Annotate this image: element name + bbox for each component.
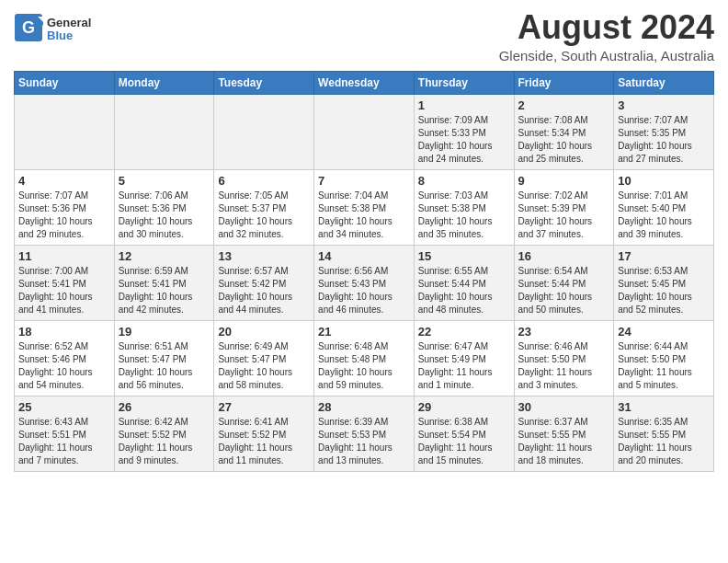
day-number: 23 [518,325,610,339]
page-header: G General Blue August 2024 Glenside, Sou… [14,9,714,63]
day-header-saturday: Saturday [614,71,714,94]
day-info: Sunrise: 6:52 AM Sunset: 5:46 PM Dayligh… [18,340,110,392]
day-info: Sunrise: 7:03 AM Sunset: 5:38 PM Dayligh… [418,190,510,241]
day-info: Sunrise: 7:01 AM Sunset: 5:40 PM Dayligh… [618,190,710,241]
day-info: Sunrise: 6:51 AM Sunset: 5:47 PM Dayligh… [119,340,210,392]
day-header-friday: Friday [514,71,614,94]
calendar-cell: 24Sunrise: 6:44 AM Sunset: 5:50 PM Dayli… [614,320,714,396]
calendar-cell [314,94,415,169]
day-number: 17 [618,249,710,263]
logo-general: General [47,16,91,29]
day-number: 4 [18,174,110,188]
calendar-cell: 3Sunrise: 7:07 AM Sunset: 5:35 PM Daylig… [614,94,714,169]
calendar-cell: 20Sunrise: 6:49 AM Sunset: 5:47 PM Dayli… [214,320,314,396]
day-number: 27 [218,400,310,414]
day-header-tuesday: Tuesday [214,71,314,94]
day-number: 14 [318,249,410,263]
day-number: 24 [618,325,710,339]
day-info: Sunrise: 6:49 AM Sunset: 5:47 PM Dayligh… [218,340,310,392]
day-info: Sunrise: 7:00 AM Sunset: 5:41 PM Dayligh… [18,265,110,316]
calendar-cell: 26Sunrise: 6:42 AM Sunset: 5:52 PM Dayli… [114,396,214,471]
calendar-header-row: SundayMondayTuesdayWednesdayThursdayFrid… [15,71,714,94]
day-number: 6 [218,174,310,188]
day-info: Sunrise: 7:06 AM Sunset: 5:36 PM Dayligh… [119,190,210,241]
calendar-week-2: 4Sunrise: 7:07 AM Sunset: 5:36 PM Daylig… [15,169,714,245]
calendar-cell: 19Sunrise: 6:51 AM Sunset: 5:47 PM Dayli… [114,320,214,396]
calendar-cell: 22Sunrise: 6:47 AM Sunset: 5:49 PM Dayli… [414,320,514,396]
day-info: Sunrise: 7:07 AM Sunset: 5:36 PM Dayligh… [18,190,110,241]
calendar-cell: 15Sunrise: 6:55 AM Sunset: 5:44 PM Dayli… [414,245,514,320]
main-title: August 2024 [499,9,714,46]
day-info: Sunrise: 6:42 AM Sunset: 5:52 PM Dayligh… [119,416,210,467]
calendar-cell: 16Sunrise: 6:54 AM Sunset: 5:44 PM Dayli… [514,245,614,320]
day-number: 7 [318,174,410,188]
day-info: Sunrise: 6:57 AM Sunset: 5:42 PM Dayligh… [218,265,310,316]
calendar-cell: 8Sunrise: 7:03 AM Sunset: 5:38 PM Daylig… [414,169,514,245]
day-number: 3 [618,98,710,112]
day-header-monday: Monday [114,71,214,94]
calendar-cell: 14Sunrise: 6:56 AM Sunset: 5:43 PM Dayli… [314,245,415,320]
day-number: 5 [119,174,210,188]
calendar-cell: 31Sunrise: 6:35 AM Sunset: 5:55 PM Dayli… [614,396,714,471]
calendar-cell: 17Sunrise: 6:53 AM Sunset: 5:45 PM Dayli… [614,245,714,320]
calendar-cell: 18Sunrise: 6:52 AM Sunset: 5:46 PM Dayli… [15,320,115,396]
day-info: Sunrise: 6:55 AM Sunset: 5:44 PM Dayligh… [418,265,510,316]
day-info: Sunrise: 6:54 AM Sunset: 5:44 PM Dayligh… [518,265,610,316]
day-number: 8 [418,174,510,188]
day-number: 19 [119,325,210,339]
day-info: Sunrise: 7:02 AM Sunset: 5:39 PM Dayligh… [518,190,610,241]
calendar-cell: 12Sunrise: 6:59 AM Sunset: 5:41 PM Dayli… [114,245,214,320]
day-info: Sunrise: 6:46 AM Sunset: 5:50 PM Dayligh… [518,340,610,392]
day-number: 10 [618,174,710,188]
calendar-week-1: 1Sunrise: 7:09 AM Sunset: 5:33 PM Daylig… [15,94,714,169]
day-number: 16 [518,249,610,263]
calendar-week-5: 25Sunrise: 6:43 AM Sunset: 5:51 PM Dayli… [15,396,714,471]
day-number: 30 [518,400,610,414]
day-header-sunday: Sunday [15,71,115,94]
day-info: Sunrise: 7:08 AM Sunset: 5:34 PM Dayligh… [518,114,610,166]
calendar-cell: 7Sunrise: 7:04 AM Sunset: 5:38 PM Daylig… [314,169,415,245]
day-number: 22 [418,325,510,339]
calendar-table: SundayMondayTuesdayWednesdayThursdayFrid… [14,71,714,472]
day-info: Sunrise: 6:59 AM Sunset: 5:41 PM Dayligh… [119,265,210,316]
day-header-wednesday: Wednesday [314,71,415,94]
calendar-cell: 1Sunrise: 7:09 AM Sunset: 5:33 PM Daylig… [414,94,514,169]
calendar-cell: 9Sunrise: 7:02 AM Sunset: 5:39 PM Daylig… [514,169,614,245]
calendar-cell [214,94,314,169]
calendar-cell: 5Sunrise: 7:06 AM Sunset: 5:36 PM Daylig… [114,169,214,245]
day-info: Sunrise: 6:37 AM Sunset: 5:55 PM Dayligh… [518,416,610,467]
day-number: 1 [418,98,510,112]
day-number: 9 [518,174,610,188]
day-header-thursday: Thursday [414,71,514,94]
logo: G General Blue [14,9,91,46]
calendar-cell: 10Sunrise: 7:01 AM Sunset: 5:40 PM Dayli… [614,169,714,245]
day-info: Sunrise: 6:43 AM Sunset: 5:51 PM Dayligh… [18,416,110,467]
calendar-cell: 27Sunrise: 6:41 AM Sunset: 5:52 PM Dayli… [214,396,314,471]
svg-text:G: G [22,18,35,37]
calendar-cell: 2Sunrise: 7:08 AM Sunset: 5:34 PM Daylig… [514,94,614,169]
day-info: Sunrise: 6:53 AM Sunset: 5:45 PM Dayligh… [618,265,710,316]
calendar-cell: 21Sunrise: 6:48 AM Sunset: 5:48 PM Dayli… [314,320,415,396]
day-number: 21 [318,325,410,339]
logo-blue: Blue [47,29,73,42]
calendar-cell: 25Sunrise: 6:43 AM Sunset: 5:51 PM Dayli… [15,396,115,471]
day-info: Sunrise: 6:56 AM Sunset: 5:43 PM Dayligh… [318,265,410,316]
day-number: 20 [218,325,310,339]
day-info: Sunrise: 7:09 AM Sunset: 5:33 PM Dayligh… [418,114,510,166]
day-info: Sunrise: 7:07 AM Sunset: 5:35 PM Dayligh… [618,114,710,166]
day-info: Sunrise: 7:04 AM Sunset: 5:38 PM Dayligh… [318,190,410,241]
day-number: 29 [418,400,510,414]
calendar-cell: 30Sunrise: 6:37 AM Sunset: 5:55 PM Dayli… [514,396,614,471]
day-number: 25 [18,400,110,414]
day-number: 26 [119,400,210,414]
day-info: Sunrise: 6:39 AM Sunset: 5:53 PM Dayligh… [318,416,410,467]
day-number: 12 [119,249,210,263]
day-number: 13 [218,249,310,263]
day-number: 2 [518,98,610,112]
calendar-cell: 4Sunrise: 7:07 AM Sunset: 5:36 PM Daylig… [15,169,115,245]
day-info: Sunrise: 6:41 AM Sunset: 5:52 PM Dayligh… [218,416,310,467]
day-info: Sunrise: 7:05 AM Sunset: 5:37 PM Dayligh… [218,190,310,241]
calendar-cell: 29Sunrise: 6:38 AM Sunset: 5:54 PM Dayli… [414,396,514,471]
day-number: 15 [418,249,510,263]
day-info: Sunrise: 6:38 AM Sunset: 5:54 PM Dayligh… [418,416,510,467]
